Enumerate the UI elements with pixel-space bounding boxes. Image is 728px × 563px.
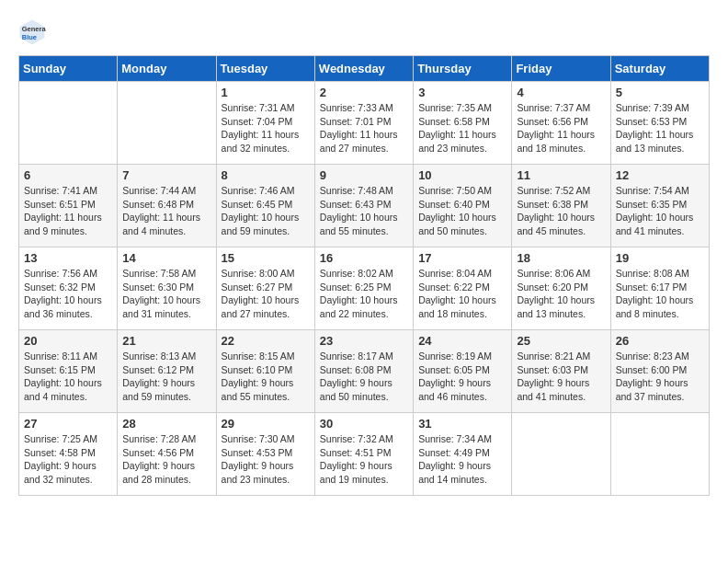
day-number: 5	[616, 86, 704, 99]
day-number: 7	[122, 168, 210, 182]
calendar-cell: 27Sunrise: 7:25 AM Sunset: 4:58 PM Dayli…	[19, 413, 118, 496]
calendar-week-row: 6Sunrise: 7:41 AM Sunset: 6:51 PM Daylig…	[19, 165, 710, 247]
calendar-cell: 14Sunrise: 7:58 AM Sunset: 6:30 PM Dayli…	[118, 247, 216, 330]
day-number: 30	[320, 417, 408, 431]
day-number: 29	[222, 417, 310, 431]
calendar-cell: 3Sunrise: 7:35 AM Sunset: 6:58 PM Daylig…	[414, 82, 512, 165]
day-number: 28	[122, 417, 210, 431]
calendar-cell: 26Sunrise: 8:23 AM Sunset: 6:00 PM Dayli…	[610, 330, 709, 413]
calendar-cell: 1Sunrise: 7:31 AM Sunset: 7:04 PM Daylig…	[216, 82, 314, 165]
day-number: 23	[320, 334, 408, 348]
cell-content: Sunrise: 8:21 AM Sunset: 6:03 PM Dayligh…	[517, 350, 605, 404]
calendar-week-row: 13Sunrise: 7:56 AM Sunset: 6:32 PM Dayli…	[19, 247, 710, 330]
calendar-cell: 5Sunrise: 7:39 AM Sunset: 6:53 PM Daylig…	[610, 82, 709, 165]
calendar-cell: 19Sunrise: 8:08 AM Sunset: 6:17 PM Dayli…	[610, 247, 709, 330]
calendar-cell	[118, 82, 216, 165]
cell-content: Sunrise: 8:08 AM Sunset: 6:17 PM Dayligh…	[616, 267, 704, 321]
calendar-cell: 18Sunrise: 8:06 AM Sunset: 6:20 PM Dayli…	[512, 247, 610, 330]
day-number: 11	[517, 168, 605, 182]
cell-content: Sunrise: 7:39 AM Sunset: 6:53 PM Dayligh…	[616, 101, 704, 155]
cell-content: Sunrise: 8:15 AM Sunset: 6:10 PM Dayligh…	[222, 350, 310, 404]
calendar-week-row: 1Sunrise: 7:31 AM Sunset: 7:04 PM Daylig…	[19, 82, 710, 165]
logo-icon: General Blue	[18, 18, 46, 46]
day-number: 10	[418, 168, 506, 182]
cell-content: Sunrise: 7:28 AM Sunset: 4:56 PM Dayligh…	[122, 432, 210, 487]
cell-content: Sunrise: 7:41 AM Sunset: 6:51 PM Dayligh…	[24, 184, 112, 238]
calendar-cell: 12Sunrise: 7:54 AM Sunset: 6:35 PM Dayli…	[610, 165, 709, 247]
day-number: 21	[122, 334, 210, 348]
cell-content: Sunrise: 8:17 AM Sunset: 6:08 PM Dayligh…	[320, 350, 408, 404]
day-header-saturday: Saturday	[610, 56, 709, 82]
cell-content: Sunrise: 7:52 AM Sunset: 6:38 PM Dayligh…	[517, 184, 605, 238]
calendar-cell: 28Sunrise: 7:28 AM Sunset: 4:56 PM Dayli…	[118, 413, 216, 496]
svg-text:General: General	[22, 25, 46, 33]
cell-content: Sunrise: 8:19 AM Sunset: 6:05 PM Dayligh…	[418, 350, 506, 404]
calendar-cell: 29Sunrise: 7:30 AM Sunset: 4:53 PM Dayli…	[216, 413, 314, 496]
day-number: 31	[418, 417, 506, 431]
cell-content: Sunrise: 8:00 AM Sunset: 6:27 PM Dayligh…	[222, 267, 310, 321]
day-header-thursday: Thursday	[414, 56, 512, 82]
day-number: 15	[222, 251, 310, 265]
cell-content: Sunrise: 7:25 AM Sunset: 4:58 PM Dayligh…	[24, 432, 112, 487]
calendar-cell: 31Sunrise: 7:34 AM Sunset: 4:49 PM Dayli…	[414, 413, 512, 496]
day-number: 17	[418, 251, 506, 265]
day-number: 3	[418, 86, 506, 99]
calendar-cell: 9Sunrise: 7:48 AM Sunset: 6:43 PM Daylig…	[314, 165, 413, 247]
day-number: 2	[320, 86, 408, 99]
day-number: 8	[222, 168, 310, 182]
calendar-week-row: 20Sunrise: 8:11 AM Sunset: 6:15 PM Dayli…	[19, 330, 710, 413]
cell-content: Sunrise: 8:11 AM Sunset: 6:15 PM Dayligh…	[24, 350, 112, 404]
calendar-body: 1Sunrise: 7:31 AM Sunset: 7:04 PM Daylig…	[19, 82, 710, 496]
calendar-cell: 11Sunrise: 7:52 AM Sunset: 6:38 PM Dayli…	[512, 165, 610, 247]
calendar-cell: 20Sunrise: 8:11 AM Sunset: 6:15 PM Dayli…	[19, 330, 118, 413]
cell-content: Sunrise: 7:50 AM Sunset: 6:40 PM Dayligh…	[418, 184, 506, 238]
page-header: General Blue	[18, 18, 710, 46]
day-number: 22	[222, 334, 310, 348]
cell-content: Sunrise: 7:46 AM Sunset: 6:45 PM Dayligh…	[222, 184, 310, 238]
day-number: 19	[616, 251, 704, 265]
calendar-cell	[19, 82, 118, 165]
day-header-sunday: Sunday	[19, 56, 118, 82]
cell-content: Sunrise: 7:37 AM Sunset: 6:56 PM Dayligh…	[517, 101, 605, 155]
calendar-cell	[512, 413, 610, 496]
day-header-monday: Monday	[118, 56, 216, 82]
calendar-week-row: 27Sunrise: 7:25 AM Sunset: 4:58 PM Dayli…	[19, 413, 710, 496]
day-number: 16	[320, 251, 408, 265]
day-header-tuesday: Tuesday	[216, 56, 314, 82]
calendar-cell: 30Sunrise: 7:32 AM Sunset: 4:51 PM Dayli…	[314, 413, 413, 496]
day-header-wednesday: Wednesday	[314, 56, 413, 82]
calendar-cell: 23Sunrise: 8:17 AM Sunset: 6:08 PM Dayli…	[314, 330, 413, 413]
calendar-cell: 22Sunrise: 8:15 AM Sunset: 6:10 PM Dayli…	[216, 330, 314, 413]
calendar-table: SundayMondayTuesdayWednesdayThursdayFrid…	[18, 55, 710, 496]
cell-content: Sunrise: 7:34 AM Sunset: 4:49 PM Dayligh…	[418, 432, 506, 487]
calendar-cell: 25Sunrise: 8:21 AM Sunset: 6:03 PM Dayli…	[512, 330, 610, 413]
cell-content: Sunrise: 7:33 AM Sunset: 7:01 PM Dayligh…	[320, 101, 408, 155]
cell-content: Sunrise: 7:58 AM Sunset: 6:30 PM Dayligh…	[122, 267, 210, 321]
day-number: 27	[24, 417, 112, 431]
day-number: 24	[418, 334, 506, 348]
calendar-cell: 2Sunrise: 7:33 AM Sunset: 7:01 PM Daylig…	[314, 82, 413, 165]
calendar-cell: 15Sunrise: 8:00 AM Sunset: 6:27 PM Dayli…	[216, 247, 314, 330]
cell-content: Sunrise: 7:54 AM Sunset: 6:35 PM Dayligh…	[616, 184, 704, 238]
cell-content: Sunrise: 8:02 AM Sunset: 6:25 PM Dayligh…	[320, 267, 408, 321]
cell-content: Sunrise: 7:56 AM Sunset: 6:32 PM Dayligh…	[24, 267, 112, 321]
day-header-friday: Friday	[512, 56, 610, 82]
day-number: 9	[320, 168, 408, 182]
logo: General Blue	[18, 18, 50, 46]
calendar-cell: 4Sunrise: 7:37 AM Sunset: 6:56 PM Daylig…	[512, 82, 610, 165]
day-number: 18	[517, 251, 605, 265]
day-number: 25	[517, 334, 605, 348]
calendar-cell: 16Sunrise: 8:02 AM Sunset: 6:25 PM Dayli…	[314, 247, 413, 330]
day-number: 1	[222, 86, 310, 99]
calendar-cell: 10Sunrise: 7:50 AM Sunset: 6:40 PM Dayli…	[414, 165, 512, 247]
calendar-cell: 7Sunrise: 7:44 AM Sunset: 6:48 PM Daylig…	[118, 165, 216, 247]
cell-content: Sunrise: 8:13 AM Sunset: 6:12 PM Dayligh…	[122, 350, 210, 404]
day-number: 12	[616, 168, 704, 182]
cell-content: Sunrise: 7:48 AM Sunset: 6:43 PM Dayligh…	[320, 184, 408, 238]
calendar-cell: 13Sunrise: 7:56 AM Sunset: 6:32 PM Dayli…	[19, 247, 118, 330]
calendar-cell: 21Sunrise: 8:13 AM Sunset: 6:12 PM Dayli…	[118, 330, 216, 413]
calendar-cell: 6Sunrise: 7:41 AM Sunset: 6:51 PM Daylig…	[19, 165, 118, 247]
cell-content: Sunrise: 7:44 AM Sunset: 6:48 PM Dayligh…	[122, 184, 210, 238]
day-number: 26	[616, 334, 704, 348]
cell-content: Sunrise: 7:31 AM Sunset: 7:04 PM Dayligh…	[222, 101, 310, 155]
